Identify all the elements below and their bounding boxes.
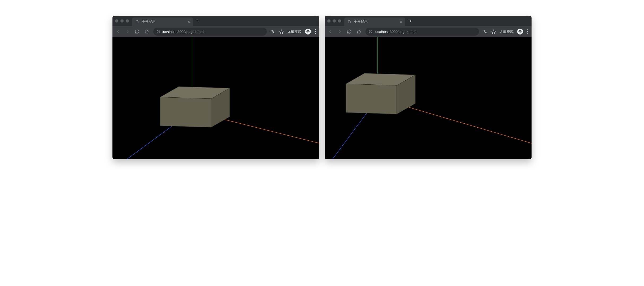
browser-window: 全景展示 × + localhost:3000/page4.html (325, 16, 532, 159)
scene-3d (325, 37, 532, 159)
address-bar[interactable]: localhost:3000/page4.html (365, 28, 479, 36)
page-icon (135, 20, 139, 24)
box-mesh (346, 73, 415, 114)
address-path: /page4.html (398, 30, 416, 34)
reload-button[interactable] (346, 29, 352, 34)
close-tab-button[interactable]: × (188, 20, 190, 24)
maximize-window-button[interactable] (338, 19, 341, 23)
webgl-viewport[interactable] (325, 37, 532, 159)
svg-marker-3 (280, 30, 284, 33)
incognito-label: 无痕模式 (500, 29, 514, 34)
titlebar: 全景展示 × + (325, 16, 532, 26)
back-button[interactable] (115, 29, 121, 34)
box-face-front (160, 97, 211, 127)
box-mesh (160, 86, 230, 127)
translate-icon[interactable] (271, 29, 275, 34)
forward-button[interactable] (337, 29, 343, 34)
svg-point-4 (307, 32, 308, 33)
browser-window: 全景展示 × + localhost:3000/page4.html (112, 16, 319, 159)
toolbar: localhost:3000/page4.html 无痕模式 (325, 26, 532, 37)
new-tab-button[interactable]: + (195, 18, 202, 24)
close-window-button[interactable] (115, 19, 118, 23)
scene-3d (112, 37, 319, 159)
address-text: localhost:3000/page4.html (162, 30, 204, 34)
address-port: :3000 (389, 30, 398, 34)
menu-button[interactable] (315, 29, 317, 34)
maximize-window-button[interactable] (126, 19, 129, 23)
page-icon (347, 20, 351, 24)
box-face-front (346, 84, 397, 114)
toolbar: localhost:3000/page4.html 无痕模式 (112, 26, 319, 37)
bookmark-star-icon[interactable] (279, 29, 284, 34)
close-window-button[interactable] (327, 19, 330, 23)
site-info-icon[interactable] (156, 30, 160, 33)
tab-title: 全景展示 (354, 19, 397, 24)
tab-title: 全景展示 (142, 19, 185, 24)
site-info-icon[interactable] (369, 30, 372, 33)
incognito-icon (517, 29, 523, 34)
address-text: localhost:3000/page4.html (375, 30, 416, 34)
address-host: localhost (375, 30, 389, 34)
home-button[interactable] (144, 29, 150, 34)
browser-tab[interactable]: 全景展示 × (344, 18, 405, 26)
svg-point-5 (308, 32, 309, 33)
svg-marker-10 (492, 30, 496, 33)
incognito-icon (305, 29, 311, 34)
titlebar: 全景展示 × + (112, 16, 319, 26)
address-path: /page4.html (185, 30, 204, 34)
back-button[interactable] (327, 29, 333, 34)
address-bar[interactable]: localhost:3000/page4.html (153, 28, 267, 36)
incognito-label: 无痕模式 (288, 29, 301, 34)
home-button[interactable] (356, 29, 362, 34)
address-port: :3000 (176, 30, 185, 34)
translate-icon[interactable] (483, 29, 488, 34)
svg-point-12 (520, 32, 521, 33)
close-tab-button[interactable]: × (400, 20, 402, 24)
webgl-viewport[interactable] (112, 37, 319, 159)
svg-point-11 (519, 32, 520, 33)
forward-button[interactable] (125, 29, 130, 34)
minimize-window-button[interactable] (333, 19, 336, 23)
traffic-lights (115, 19, 129, 23)
traffic-lights (327, 19, 341, 23)
new-tab-button[interactable]: + (407, 18, 414, 24)
menu-button[interactable] (527, 29, 529, 34)
browser-tab[interactable]: 全景展示 × (132, 18, 193, 26)
address-host: localhost (162, 30, 176, 34)
bookmark-star-icon[interactable] (491, 29, 496, 34)
toolbar-right: 无痕模式 (271, 29, 317, 34)
minimize-window-button[interactable] (120, 19, 124, 23)
toolbar-right: 无痕模式 (483, 29, 529, 34)
reload-button[interactable] (134, 29, 140, 34)
